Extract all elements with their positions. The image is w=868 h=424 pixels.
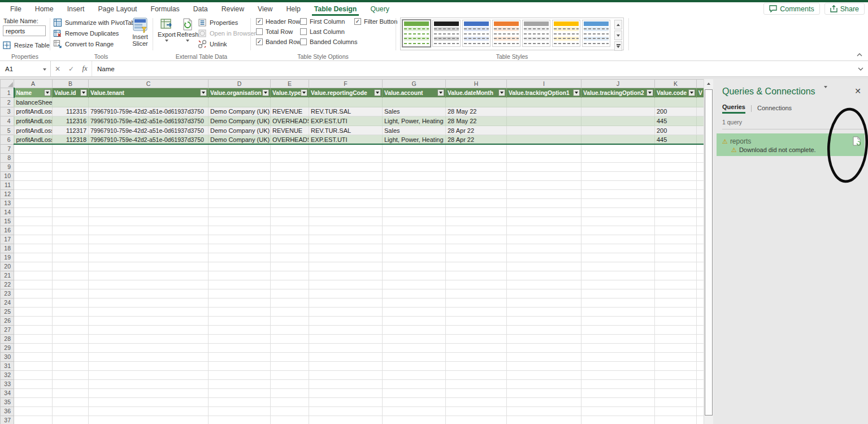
grid-cell[interactable]: [697, 180, 704, 189]
grid-cell[interactable]: [89, 198, 209, 207]
grid-cell[interactable]: [581, 180, 655, 189]
tab-data[interactable]: Data: [186, 2, 215, 16]
grid-cell[interactable]: [383, 352, 446, 361]
grid-cell[interactable]: [14, 388, 53, 397]
grid-cell[interactable]: [581, 244, 655, 253]
grid-cell[interactable]: [53, 189, 89, 198]
grid-cell[interactable]: [697, 226, 704, 235]
share-button[interactable]: Share: [824, 3, 865, 15]
grid-cell[interactable]: REV.TUR.SAL: [309, 126, 383, 135]
grid-cell[interactable]: [581, 262, 655, 271]
table-style-swatch-green[interactable]: [402, 20, 431, 47]
grid-cell[interactable]: [271, 397, 309, 406]
grid-cell[interactable]: [271, 325, 309, 334]
grid-cell[interactable]: [89, 171, 209, 180]
table-style-swatch-gray[interactable]: [522, 20, 550, 47]
grid-cell[interactable]: [209, 217, 271, 226]
grid-cell[interactable]: [446, 153, 507, 162]
column-letter[interactable]: D: [209, 80, 271, 88]
grid-cell[interactable]: OVERHEADS: [271, 116, 309, 126]
grid-cell[interactable]: [446, 280, 507, 289]
row-number[interactable]: 4: [1, 116, 14, 126]
grid-cell[interactable]: profitAndLoss: [14, 126, 53, 135]
grid-cell[interactable]: [507, 126, 581, 135]
grid-cell[interactable]: [271, 189, 309, 198]
grid-cell[interactable]: [655, 289, 697, 298]
grid-cell[interactable]: [655, 244, 697, 253]
grid-cell[interactable]: 79967910-759e-42d2-a51e-0d61937d3750: [89, 116, 209, 126]
grid-cell[interactable]: 79967910-759e-42d2-a51e-0d61937d3750: [89, 126, 209, 135]
grid-cell[interactable]: REVENUE: [271, 126, 309, 135]
grid-cell[interactable]: [209, 406, 271, 416]
grid-cell[interactable]: [383, 271, 446, 280]
table-header-cell[interactable]: Value.account: [383, 88, 446, 98]
grid-cell[interactable]: [655, 388, 697, 397]
grid-cell[interactable]: [446, 271, 507, 280]
grid-cell[interactable]: [14, 416, 53, 424]
grid-cell[interactable]: [53, 235, 89, 244]
grid-cell[interactable]: [309, 171, 383, 180]
grid-cell[interactable]: [89, 153, 209, 162]
grid-cell[interactable]: [446, 370, 507, 379]
grid-cell[interactable]: [53, 307, 89, 316]
grid-cell[interactable]: [655, 370, 697, 379]
grid-cell[interactable]: [697, 135, 704, 145]
grid-cell[interactable]: [309, 370, 383, 379]
row-number[interactable]: 34: [1, 388, 14, 397]
column-letter[interactable]: G: [383, 80, 446, 88]
grid-cell[interactable]: [655, 307, 697, 316]
grid-cell[interactable]: [271, 406, 309, 416]
grid-cell[interactable]: [209, 253, 271, 262]
export-dropdown-caret[interactable]: [165, 40, 168, 42]
grid-cell[interactable]: [383, 171, 446, 180]
grid-cell[interactable]: [209, 226, 271, 235]
grid-cell[interactable]: [383, 217, 446, 226]
grid-cell[interactable]: [271, 153, 309, 162]
grid-cell[interactable]: [14, 307, 53, 316]
grid-cell[interactable]: [383, 235, 446, 244]
grid-cell[interactable]: [209, 235, 271, 244]
grid-cell[interactable]: [697, 126, 704, 135]
row-number[interactable]: 35: [1, 397, 14, 406]
row-number[interactable]: 5: [1, 126, 14, 135]
grid-cell[interactable]: [53, 144, 89, 153]
grid-cell[interactable]: [271, 388, 309, 397]
checkbox-banded-columns[interactable]: Banded Columns: [300, 38, 357, 45]
formula-input[interactable]: Name: [92, 61, 853, 76]
grid-cell[interactable]: [209, 271, 271, 280]
grid-cell[interactable]: 200: [655, 126, 697, 135]
grid-cell[interactable]: [53, 370, 89, 379]
query-list-item-reports[interactable]: ⚠reports ⚠Download did not complete.: [717, 133, 865, 156]
grid-cell[interactable]: [309, 352, 383, 361]
row-number[interactable]: 37: [1, 416, 14, 424]
grid-cell[interactable]: [446, 198, 507, 207]
grid-cell[interactable]: [14, 244, 53, 253]
row-number[interactable]: 12: [1, 189, 14, 198]
grid-cell[interactable]: [697, 397, 704, 406]
grid-cell[interactable]: [271, 361, 309, 370]
grid-cell[interactable]: [697, 144, 704, 153]
grid-cell[interactable]: [507, 379, 581, 388]
grid-cell[interactable]: [53, 361, 89, 370]
column-letter[interactable]: I: [507, 80, 581, 88]
grid-cell[interactable]: profitAndLoss: [14, 116, 53, 126]
grid-cell[interactable]: [507, 397, 581, 406]
grid-cell[interactable]: [209, 307, 271, 316]
checkbox-last-column[interactable]: Last Column: [300, 28, 357, 35]
grid-cell[interactable]: [14, 226, 53, 235]
grid-cell[interactable]: [309, 280, 383, 289]
grid-cell[interactable]: [383, 207, 446, 217]
grid-cell[interactable]: REVENUE: [271, 107, 309, 116]
grid-cell[interactable]: [383, 289, 446, 298]
grid-cell[interactable]: Demo Company (UK): [209, 135, 271, 145]
grid-cell[interactable]: [209, 207, 271, 217]
gallery-more-button[interactable]: [614, 41, 622, 51]
grid-cell[interactable]: [209, 416, 271, 424]
grid-cell[interactable]: [53, 217, 89, 226]
grid-cell[interactable]: OVERHEADS: [271, 135, 309, 145]
row-number[interactable]: 19: [1, 253, 14, 262]
grid-cell[interactable]: 112316: [53, 116, 89, 126]
tab-view[interactable]: View: [251, 2, 279, 16]
tab-file[interactable]: File: [3, 2, 28, 16]
row-number[interactable]: 33: [1, 379, 14, 388]
